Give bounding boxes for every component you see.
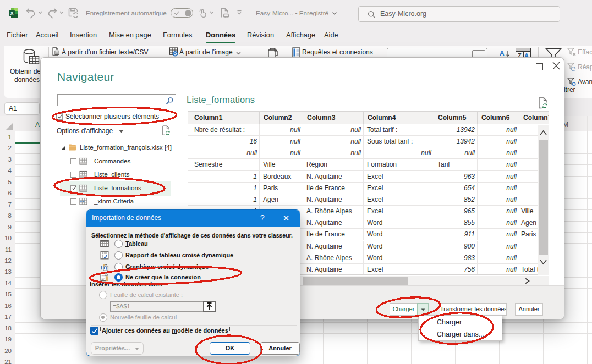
row-header-4[interactable]: 4: [0, 165, 12, 176]
tab-fichier[interactable]: Fichier: [7, 26, 28, 45]
load-button[interactable]: Charger: [390, 303, 418, 316]
row-header-12[interactable]: 12: [0, 255, 12, 266]
ref-edit-button[interactable]: [203, 301, 216, 312]
tab-formules[interactable]: Formules: [163, 26, 192, 45]
tree-item-_xlnm.criteria[interactable]: _xlnm.Criteria: [41, 195, 180, 209]
undo-chevron-icon[interactable]: [38, 11, 42, 14]
close-button[interactable]: [550, 60, 563, 72]
transform-data-button[interactable]: Transformer les données: [440, 303, 507, 316]
new-sheet-radio[interactable]: [99, 313, 107, 322]
radio-pivot[interactable]: [114, 251, 123, 260]
queries-connections-label[interactable]: Requêtes et connexions: [302, 48, 373, 56]
column-header-column7[interactable]: Column7: [519, 112, 549, 124]
undo-icon[interactable]: [26, 8, 36, 19]
import-close-button[interactable]: ✕: [280, 213, 292, 223]
row-header-14[interactable]: 14: [0, 278, 12, 289]
tree-item-commandes[interactable]: Commandes: [41, 155, 180, 169]
autosave-toggle[interactable]: [171, 8, 193, 18]
touch-mode-chevron-icon[interactable]: [210, 11, 214, 14]
from-text-csv-label[interactable]: À partir d’un fichier texte/CSV: [62, 48, 148, 56]
add-to-model-checkbox[interactable]: [90, 327, 98, 335]
row-header-3[interactable]: 3: [0, 154, 12, 165]
row-header-2[interactable]: 2: [0, 142, 12, 153]
row-header-13[interactable]: 13: [0, 266, 12, 277]
help-button[interactable]: ?: [257, 213, 268, 222]
tab-accueil[interactable]: Accueil: [36, 26, 58, 45]
existing-sheet-radio[interactable]: [99, 291, 107, 299]
select-multiple-checkbox[interactable]: [56, 113, 63, 120]
row-header-21[interactable]: 21: [0, 356, 12, 364]
row-header-15[interactable]: 15: [0, 289, 12, 300]
qat-overflow-icon[interactable]: [237, 10, 242, 15]
column-header-column6[interactable]: Column6: [478, 112, 519, 124]
tree-expander-icon[interactable]: [61, 145, 66, 151]
radio-connection[interactable]: [114, 273, 123, 282]
row-header-7[interactable]: 7: [0, 199, 12, 210]
tree-item-checkbox[interactable]: [70, 198, 76, 205]
column-header-column4[interactable]: Column4: [364, 112, 434, 124]
scroll-down-icon[interactable]: [539, 259, 547, 265]
tab-données[interactable]: Données: [206, 26, 235, 45]
select-all-corner[interactable]: [0, 116, 15, 131]
search-box[interactable]: Easy-Micro.org: [358, 6, 560, 22]
properties-button[interactable]: Propriétés...: [91, 342, 144, 355]
row-header-16[interactable]: 16: [0, 300, 12, 311]
document-title[interactable]: Easy-Micro...: [256, 9, 293, 16]
row-header-6[interactable]: 6: [0, 187, 12, 198]
row-header-8[interactable]: 8: [0, 210, 12, 221]
column-header-column5[interactable]: Column5: [434, 112, 478, 124]
row-header-10[interactable]: 10: [0, 233, 12, 244]
tree-root-item[interactable]: Liste_formation_françois.xlsx [4]: [41, 141, 180, 155]
vertical-scrollbar-thumb[interactable]: [539, 140, 548, 255]
import-option-pivot[interactable]: Rapport de tableau croisé dynamique: [86, 250, 300, 261]
column-header-column3[interactable]: Column3: [303, 112, 364, 124]
radio-chart[interactable]: [114, 263, 123, 271]
navigator-cancel-button[interactable]: Annuler: [515, 303, 543, 316]
maximize-button[interactable]: [533, 61, 546, 72]
column-header-column2[interactable]: Column2: [260, 112, 303, 124]
touch-mode-icon[interactable]: [199, 8, 207, 18]
row-header-5[interactable]: 5: [0, 177, 12, 187]
save-icon[interactable]: [68, 8, 79, 19]
row-header-9[interactable]: 9: [0, 222, 12, 233]
display-options-dropdown[interactable]: Options d'affichage: [57, 127, 124, 135]
tab-affichage[interactable]: Affichage: [286, 26, 315, 45]
row-header-11[interactable]: 11: [0, 244, 12, 255]
navigator-search-box[interactable]: [57, 94, 176, 106]
tree-item-checkbox[interactable]: [70, 172, 76, 178]
radio-table[interactable]: [114, 240, 123, 248]
tab-révision[interactable]: Révision: [247, 26, 274, 45]
tree-item-checkbox[interactable]: [70, 185, 76, 191]
row-header-20[interactable]: 20: [0, 345, 12, 356]
quick-print-icon[interactable]: [221, 8, 229, 19]
scroll-up-icon[interactable]: [539, 130, 547, 136]
recent-sources-icon[interactable]: [268, 47, 282, 58]
tab-mise-en-page[interactable]: Mise en page: [109, 26, 151, 45]
import-option-chart[interactable]: Graphique croisé dynamique: [86, 262, 300, 273]
name-box[interactable]: A1: [4, 102, 40, 115]
redo-icon[interactable]: [47, 8, 57, 19]
ok-button[interactable]: OK: [210, 342, 250, 355]
row-header-17[interactable]: 17: [0, 311, 12, 322]
row-header-1[interactable]: 1: [0, 131, 12, 142]
tab-aide[interactable]: Aide: [324, 26, 338, 45]
from-image-label[interactable]: À partir de l’image: [179, 48, 233, 56]
from-image-chevron-icon[interactable]: [236, 52, 241, 55]
menu-item-charger[interactable]: Charger: [419, 316, 502, 328]
sort-asc-icon[interactable]: A: [500, 49, 505, 57]
tree-item-liste_clients[interactable]: Liste_clients: [41, 168, 180, 182]
row-header-18[interactable]: 18: [0, 323, 12, 334]
horizontal-scrollbar-thumb[interactable]: [303, 277, 408, 285]
range-input[interactable]: =$A$1: [110, 301, 204, 312]
menu-item-charger-dans-[interactable]: Charger dans...: [419, 328, 502, 340]
tree-item-liste_formations[interactable]: Liste_formations: [41, 182, 180, 196]
tree-item-checkbox[interactable]: [70, 158, 76, 164]
title-chevron-icon[interactable]: [332, 12, 337, 15]
existing-sheet-row[interactable]: Feuille de calcul existante :: [86, 290, 300, 301]
scroll-right-icon[interactable]: [524, 278, 530, 284]
redo-chevron-icon[interactable]: [59, 11, 64, 14]
refresh-table-icon[interactable]: [539, 97, 548, 109]
vertical-scrollbar[interactable]: [538, 125, 549, 275]
row-header-19[interactable]: 19: [0, 334, 12, 345]
column-header-column1[interactable]: Column1: [188, 112, 260, 124]
